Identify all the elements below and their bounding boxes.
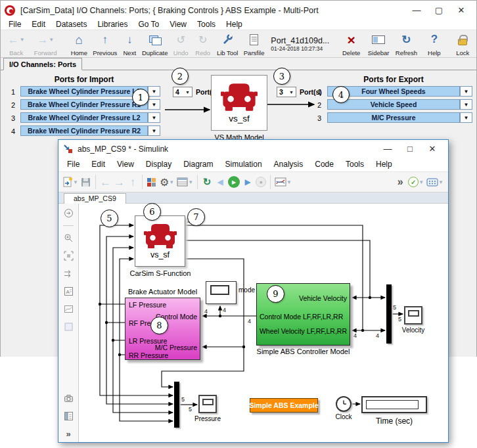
pressure-mux-block[interactable] (174, 382, 179, 428)
step-forward-button[interactable]: ▶ (241, 173, 254, 190)
step-back-icon: ◀ (217, 177, 223, 187)
menu-analysis[interactable]: Analysis (268, 160, 309, 169)
model-advisor-button[interactable]: ✓▼ (407, 173, 425, 190)
forward-button[interactable]: → (112, 173, 126, 190)
up-to-parent-button[interactable]: ↑ (126, 173, 139, 190)
import-channel-select-4[interactable]: Brake Wheel Cylinder Pressure R2 (20, 125, 148, 136)
export-channel-select-2[interactable]: Vehicle Speed (327, 99, 460, 110)
fit-to-view-icon[interactable] (63, 250, 74, 261)
vs-math-model-block[interactable]: vs_sf (211, 75, 267, 131)
time-display-block[interactable] (361, 396, 427, 413)
dropdown-arrow-icon[interactable]: ▼ (460, 112, 472, 123)
sidebar-button[interactable]: Sidebar (364, 31, 392, 57)
menu-tools[interactable]: Tools (192, 20, 221, 30)
signal-routing-icon[interactable] (63, 268, 74, 279)
menu-edit[interactable]: Edit (85, 160, 111, 169)
hide-browser-icon[interactable] (63, 208, 74, 219)
clock-block[interactable] (336, 396, 352, 412)
blank-square-icon[interactable] (63, 321, 74, 332)
minimize-button[interactable]: — (405, 5, 428, 15)
tab-abs-mp-cs9[interactable]: abs_MP_CS9 (64, 193, 126, 204)
dropdown-arrow-icon[interactable]: ▼ (148, 99, 160, 110)
redo-button[interactable]: ↻ Redo (192, 31, 214, 57)
dashboard-button[interactable]: ▼ (425, 173, 445, 190)
dropdown-arrow-icon[interactable]: ▼ (148, 86, 160, 97)
pressure-scope-block[interactable] (198, 395, 217, 413)
callout-6: 6 (143, 203, 161, 221)
menu-diagram[interactable]: Diagram (177, 160, 219, 169)
menu-datasets[interactable]: Datasets (51, 20, 92, 30)
menu-goto[interactable]: Go To (133, 20, 164, 30)
refresh-button[interactable]: ↻ Refresh (393, 31, 420, 57)
previous-button[interactable]: ↑ Previous (91, 31, 119, 57)
palette-expand-button[interactable]: » (63, 428, 74, 439)
dropdown-arrow-icon[interactable]: ▼ (148, 125, 160, 136)
menu-help[interactable]: Help (370, 160, 398, 169)
import-channel-select-3[interactable]: Brake Wheel Cylinder Pressure L2 (20, 112, 148, 123)
palette-divider (63, 225, 74, 226)
callout-3: 3 (273, 68, 290, 85)
update-diagram-button[interactable]: ↻ (200, 173, 214, 190)
next-button[interactable]: ↓ Next (120, 31, 141, 57)
menu-edit[interactable]: Edit (26, 20, 51, 30)
dropdown-arrow-icon[interactable]: ▼ (460, 99, 472, 110)
menu-tools[interactable]: Tools (340, 160, 370, 169)
menu-file[interactable]: File (3, 20, 26, 30)
forward-button[interactable]: →▼ Forward (30, 31, 60, 57)
back-button[interactable]: ←▼ Back (3, 31, 30, 57)
minimize-button[interactable]: — (376, 144, 399, 154)
home-button[interactable]: ⌂ Home (68, 31, 91, 57)
menu-simulation[interactable]: Simulation (219, 160, 268, 169)
menu-help[interactable]: Help (221, 20, 248, 30)
model-explorer-button[interactable]: ▼ (175, 173, 194, 190)
camera-icon[interactable] (63, 393, 74, 404)
save-button[interactable] (80, 173, 93, 190)
close-button[interactable]: ✕ (450, 5, 472, 15)
new-model-button[interactable]: ▼ (62, 173, 80, 190)
menu-display[interactable]: Display (140, 160, 177, 169)
velocity-mux-block[interactable] (386, 284, 392, 344)
lock-button[interactable]: Lock (451, 31, 475, 57)
dropdown-arrow-icon[interactable]: ▼ (148, 112, 160, 123)
back-button[interactable]: ← (99, 173, 112, 190)
stop-button[interactable]: ■ (254, 173, 267, 190)
import-channel-select-1[interactable]: Brake Wheel Cylinder Pressure L1 (20, 86, 148, 97)
delete-button[interactable]: × Delete (338, 31, 364, 57)
velocity-scope-block[interactable] (404, 306, 422, 325)
carsim-sfunction-block[interactable]: vs_sf (135, 215, 185, 267)
parsfile-button[interactable]: Parsfile (241, 31, 267, 57)
menu-view[interactable]: View (164, 20, 192, 30)
simple-abs-example-annotation[interactable]: Simple ABS Example (250, 398, 318, 413)
library-browser-button[interactable] (145, 173, 158, 190)
help-button[interactable]: ? Help (424, 31, 445, 57)
maximize-button[interactable]: □ (399, 144, 421, 154)
menu-libraries[interactable]: Libraries (92, 20, 133, 30)
lib-tool-button[interactable]: Lib Tool (214, 31, 240, 57)
import-channel-select-2[interactable]: Brake Wheel Cylinder Pressure R1 (20, 99, 148, 110)
model-settings-button[interactable]: ⚙▼ (158, 173, 175, 190)
duplicate-button[interactable]: Duplicate (140, 31, 170, 57)
scope-plot-icon (275, 177, 286, 187)
export-port-count-select[interactable]: 3▼ (277, 87, 296, 97)
step-back-button[interactable]: ◀ (214, 173, 227, 190)
import-port-count-select[interactable]: 4▼ (173, 87, 193, 97)
export-channel-select-3[interactable]: M/C Pressure (327, 112, 460, 123)
image-curve-icon[interactable] (63, 303, 74, 315)
back-arrow-icon: ← (8, 34, 19, 45)
model-browser-icon[interactable] (63, 411, 74, 422)
mode-display-block[interactable] (206, 281, 237, 304)
close-button[interactable]: ✕ (421, 144, 443, 154)
zoom-icon[interactable] (63, 233, 74, 244)
run-button[interactable]: ▶ (227, 173, 241, 190)
toolbar-overflow-button[interactable]: » (394, 173, 407, 190)
simulation-data-inspector-button[interactable]: ▼ (273, 173, 293, 190)
menu-code[interactable]: Code (309, 160, 340, 169)
dropdown-arrow-icon[interactable]: ▼ (460, 86, 472, 97)
menu-file[interactable]: File (61, 160, 85, 169)
annotation-icon[interactable]: A (63, 286, 74, 297)
menu-view[interactable]: View (111, 160, 140, 169)
dataset-selector[interactable]: Port_41d109d... 01-24-2018 10:27:34 (271, 31, 333, 57)
undo-button[interactable]: ↺ Undo (170, 31, 192, 57)
maximize-button[interactable]: ▢ (428, 5, 450, 15)
tab-io-channels-ports[interactable]: I/O Channels: Ports (3, 58, 82, 70)
